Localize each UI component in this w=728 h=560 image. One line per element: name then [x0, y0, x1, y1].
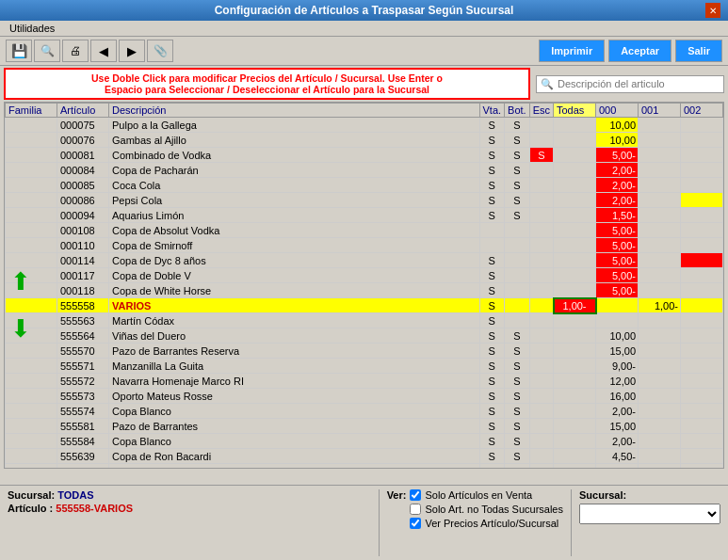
header-familia[interactable]: Familia	[6, 104, 57, 118]
cell-002[interactable]	[681, 389, 723, 404]
cell-todas[interactable]	[554, 464, 596, 470]
header-001[interactable]: 001	[639, 104, 681, 118]
cell-002[interactable]	[681, 238, 723, 253]
cell-002[interactable]	[681, 133, 723, 148]
cell-001[interactable]	[639, 374, 681, 389]
cell-000[interactable]: 1,50-	[596, 208, 639, 223]
table-row[interactable]: 000084Copa de PacharánSS2,00-	[6, 163, 723, 178]
table-row[interactable]: 000081Combinado de VodkaSSS5,00-	[6, 148, 723, 163]
cell-001[interactable]	[639, 464, 681, 470]
cell-002[interactable]	[681, 298, 723, 313]
checkbox-ver-precios-input[interactable]	[410, 518, 421, 529]
cell-001[interactable]	[639, 148, 681, 163]
cell-todas[interactable]	[554, 133, 596, 148]
header-000[interactable]: 000	[596, 104, 639, 118]
cell-000[interactable]: 5,00-	[596, 283, 639, 298]
cell-000[interactable]	[596, 298, 639, 313]
table-row[interactable]: 000117Copa de Doble VS5,00-	[6, 268, 723, 283]
cell-002[interactable]	[681, 344, 723, 359]
search-input[interactable]	[558, 78, 699, 89]
table-row[interactable]: 000110Copa de Smirnoff5,00-	[6, 238, 723, 253]
cell-001[interactable]	[639, 313, 681, 328]
cell-001[interactable]	[639, 223, 681, 238]
menu-utilidades[interactable]: Utilidades	[4, 21, 60, 36]
cell-000[interactable]: 10,00	[596, 328, 639, 344]
cell-todas[interactable]	[554, 374, 596, 389]
close-button[interactable]: ✕	[705, 3, 720, 18]
cell-todas[interactable]: 1,00-	[554, 298, 596, 313]
cell-000[interactable]: 10,00	[596, 133, 639, 148]
cell-000[interactable]: 2,00-	[596, 193, 639, 208]
toolbar-print-btn[interactable]: 🖨	[62, 40, 89, 62]
cell-001[interactable]	[639, 283, 681, 298]
table-row[interactable]: 000076Gambas al AjilloSS10,00	[6, 133, 723, 148]
table-row[interactable]: 000085Coca ColaSS2,00-	[6, 178, 723, 193]
cell-001[interactable]	[639, 389, 681, 404]
cell-000[interactable]: 10,00	[596, 118, 639, 133]
cell-todas[interactable]	[554, 253, 596, 268]
cell-todas[interactable]	[554, 283, 596, 298]
cell-todas[interactable]	[554, 404, 596, 419]
checkbox-solo-art-no-todas[interactable]: Solo Art. no Todas Sucursales	[410, 504, 563, 515]
cell-002[interactable]	[681, 419, 723, 434]
cell-001[interactable]	[639, 344, 681, 359]
table-row[interactable]: 555563Martín CódaxS	[6, 313, 723, 328]
cell-001[interactable]	[639, 359, 681, 374]
cell-todas[interactable]	[554, 268, 596, 283]
cell-000[interactable]: 15,00	[596, 344, 639, 359]
table-row[interactable]: 000086Pepsi ColaSS2,00-	[6, 193, 723, 208]
table-row[interactable]: 555639Copa de Ron BacardiSS4,50-	[6, 449, 723, 464]
cell-todas[interactable]	[554, 359, 596, 374]
cell-002[interactable]	[681, 268, 723, 283]
table-wrapper[interactable]: ⬆ ⬇ Familia Artículo Descripción Vta. Bo…	[4, 102, 724, 469]
table-row[interactable]: 555574Copa BlancoSS2,00-	[6, 404, 723, 419]
cell-todas[interactable]	[554, 389, 596, 404]
table-row[interactable]: 000118Copa de White HorseS5,00-	[6, 283, 723, 298]
exit-button[interactable]: Salir	[675, 40, 722, 62]
toolbar-attach-btn[interactable]: 📎	[147, 40, 173, 62]
cell-todas[interactable]	[554, 163, 596, 178]
cell-001[interactable]	[639, 178, 681, 193]
cell-001[interactable]	[639, 404, 681, 419]
table-row[interactable]: 000108Copa de Absolut Vodka5,00-	[6, 223, 723, 238]
table-row[interactable]: 555570Pazo de Barrantes ReservaSS15,00	[6, 344, 723, 359]
cell-001[interactable]	[639, 434, 681, 449]
cell-001[interactable]	[639, 118, 681, 133]
table-row[interactable]: 555558VARIOSS1,00-1,00-	[6, 298, 723, 313]
table-row[interactable]: 555740PizzaSS12,00	[6, 464, 723, 470]
cell-todas[interactable]	[554, 419, 596, 434]
table-row[interactable]: 555564Viñas del DueroSS10,00	[6, 328, 723, 344]
cell-todas[interactable]	[554, 449, 596, 464]
cell-000[interactable]: 2,00-	[596, 404, 639, 419]
cell-002[interactable]	[681, 223, 723, 238]
cell-002[interactable]	[681, 118, 723, 133]
cell-002[interactable]	[681, 404, 723, 419]
cell-todas[interactable]	[554, 328, 596, 344]
cell-002[interactable]	[681, 283, 723, 298]
cell-001[interactable]	[639, 133, 681, 148]
table-row[interactable]: 555581Pazo de BarrantesSS15,00	[6, 419, 723, 434]
toolbar-next-btn[interactable]: ▶	[119, 40, 145, 62]
cell-000[interactable]: 15,00	[596, 419, 639, 434]
checkbox-ver-precios[interactable]: Ver Precios Artículo/Sucursal	[410, 518, 563, 529]
cell-todas[interactable]	[554, 344, 596, 359]
cell-000[interactable]: 5,00-	[596, 268, 639, 283]
cell-002[interactable]	[681, 328, 723, 344]
cell-todas[interactable]	[554, 238, 596, 253]
header-articulo[interactable]: Artículo	[57, 104, 109, 118]
cell-002[interactable]	[681, 449, 723, 464]
table-row[interactable]: 555573Oporto Mateus RosseSS16,00	[6, 389, 723, 404]
cell-002[interactable]	[681, 208, 723, 223]
cell-001[interactable]	[639, 328, 681, 344]
cell-000[interactable]: 12,00	[596, 464, 639, 470]
header-vta[interactable]: Vta.	[479, 104, 505, 118]
cell-002[interactable]	[681, 163, 723, 178]
table-row[interactable]: 000094Aquarius LimónSS1,50-	[6, 208, 723, 223]
cell-001[interactable]	[639, 163, 681, 178]
cell-002[interactable]	[681, 313, 723, 328]
cell-002[interactable]	[681, 434, 723, 449]
cell-002[interactable]	[681, 178, 723, 193]
checkbox-solo-articulos[interactable]: Solo Artículos en Venta	[410, 489, 563, 501]
cell-000[interactable]: 9,00-	[596, 359, 639, 374]
cell-000[interactable]: 2,00-	[596, 434, 639, 449]
